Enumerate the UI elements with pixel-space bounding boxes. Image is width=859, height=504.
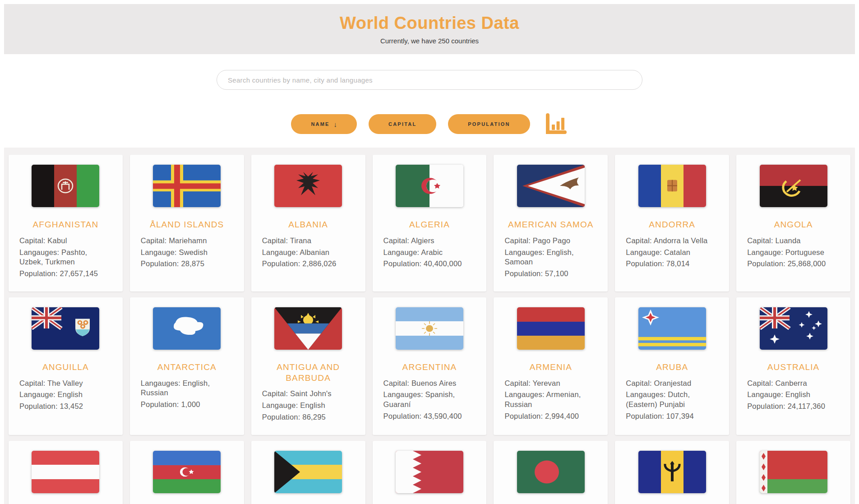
country-card: ALBANIACapital: TiranaLangauge: Albanian… bbox=[251, 155, 365, 291]
country-card: ALGERIACapital: AlgiersLangauge: ArabicP… bbox=[373, 155, 487, 291]
flag-ad-image bbox=[638, 165, 706, 207]
country-capital: Capital: Algiers bbox=[383, 236, 476, 246]
country-languages: Langauge: Portuguese bbox=[747, 248, 840, 258]
flag-aw-image bbox=[638, 307, 706, 350]
search-section bbox=[0, 54, 859, 90]
country-languages: Langauge: Albanian bbox=[262, 248, 355, 258]
flag-ai-image bbox=[32, 307, 99, 350]
country-info: Langauges: English, RussianPopulation: 1… bbox=[141, 379, 233, 410]
bar-chart-icon[interactable] bbox=[544, 112, 568, 136]
country-info: Capital: YerevanLangauges: Armenian, Rus… bbox=[504, 379, 597, 421]
country-info: Capital: OranjestadLangauges: Dutch, (Ea… bbox=[626, 379, 718, 421]
country-capital: Capital: Pago Pago bbox=[504, 236, 597, 246]
country-capital: Capital: Buenos Aires bbox=[383, 379, 476, 388]
country-population: Population: 78,014 bbox=[626, 259, 718, 269]
country-population: Population: 107,394 bbox=[626, 412, 718, 421]
country-population: Population: 40,400,000 bbox=[383, 259, 476, 269]
country-capital: Capital: Luanda bbox=[747, 236, 840, 246]
flag-au-image bbox=[760, 307, 827, 350]
bar-chart-icon-glyph bbox=[544, 112, 568, 136]
country-capital: Capital: Yerevan bbox=[504, 379, 597, 388]
country-capital: Capital: Tirana bbox=[262, 236, 355, 246]
country-info: Capital: Pago PagoLangauges: English, Sa… bbox=[504, 236, 597, 279]
country-population: Population: 57,100 bbox=[504, 269, 597, 279]
sort-by-population-button[interactable]: POPULATION bbox=[448, 114, 530, 134]
country-card: ANTARCTICALangauges: English, RussianPop… bbox=[130, 297, 244, 435]
flag-az-image bbox=[153, 451, 221, 493]
sort-toolbar: NAME ↓ CAPITAL POPULATION bbox=[0, 112, 859, 136]
country-card: BAHAMASCapital: NassauLangauge: English bbox=[251, 441, 365, 504]
country-population: Population: 1,000 bbox=[141, 400, 233, 410]
search-input[interactable] bbox=[217, 70, 642, 90]
country-card: ARGENTINACapital: Buenos AiresLangauges:… bbox=[373, 297, 487, 435]
country-languages: Langauges: Pashto, Uzbek, Turkmen bbox=[19, 248, 112, 268]
country-population: Population: 2,886,026 bbox=[262, 259, 355, 269]
flag-ax-image bbox=[153, 165, 221, 207]
flag-bd-image bbox=[517, 451, 585, 493]
country-card: ARUBACapital: OranjestadLangauges: Dutch… bbox=[615, 297, 729, 435]
country-card: AMERICAN SAMOACapital: Pago PagoLangauge… bbox=[494, 155, 608, 291]
country-capital: Capital: Kabul bbox=[19, 236, 112, 246]
country-card: AUSTRIACapital: ViennaLangauge: German bbox=[9, 441, 123, 504]
countries-grid: AFGHANISTANCapital: KabulLangauges: Pash… bbox=[4, 148, 855, 504]
country-population: Population: 2,994,400 bbox=[504, 412, 597, 421]
flag-aq-image bbox=[153, 307, 221, 350]
country-info: Capital: Andorra la VellaLangauge: Catal… bbox=[626, 236, 718, 269]
country-name: AUSTRALIA bbox=[747, 362, 840, 373]
sort-by-capital-button[interactable]: CAPITAL bbox=[369, 114, 436, 134]
country-name: ARMENIA bbox=[504, 362, 597, 373]
country-card: BARBADOSCapital: BridgetownLangauge: Eng… bbox=[615, 441, 729, 504]
country-card: AFGHANISTANCapital: KabulLangauges: Pash… bbox=[9, 155, 123, 291]
country-card: ÅLAND ISLANDSCapital: MariehamnLangauge:… bbox=[130, 155, 244, 291]
sort-down-arrow-icon: ↓ bbox=[334, 120, 337, 128]
country-name: ALGERIA bbox=[383, 219, 476, 230]
country-capital: Capital: The Valley bbox=[19, 379, 112, 388]
country-info: Capital: Buenos AiresLangauges: Spanish,… bbox=[383, 379, 476, 421]
country-languages: Langauge: English bbox=[19, 390, 112, 400]
flag-bb-image bbox=[638, 451, 706, 493]
country-card: ARMENIACapital: YerevanLangauges: Armeni… bbox=[494, 297, 608, 435]
flag-am-image bbox=[517, 307, 585, 350]
country-languages: Langauges: Armenian, Russian bbox=[504, 390, 597, 410]
country-name: ANTIGUA AND BARBUDA bbox=[262, 362, 355, 384]
country-capital: Capital: Canberra bbox=[747, 379, 840, 388]
country-population: Population: 27,657,145 bbox=[19, 269, 112, 279]
flag-by-image bbox=[760, 451, 827, 493]
sort-by-name-button[interactable]: NAME ↓ bbox=[291, 114, 357, 134]
flag-as-image bbox=[517, 165, 585, 207]
country-card: ANGUILLACapital: The ValleyLangauge: Eng… bbox=[9, 297, 123, 435]
country-info: Capital: CanberraLangauge: EnglishPopula… bbox=[747, 379, 840, 412]
app-header: World Countries Data Currently, we have … bbox=[4, 4, 855, 54]
country-info: Capital: KabulLangauges: Pashto, Uzbek, … bbox=[19, 236, 112, 279]
country-name: ARUBA bbox=[626, 362, 718, 373]
country-capital: Capital: Andorra la Vella bbox=[626, 236, 718, 246]
country-capital: Capital: Mariehamn bbox=[141, 236, 233, 246]
country-languages: Langauge: English bbox=[747, 390, 840, 400]
country-capital: Capital: Saint John's bbox=[262, 389, 355, 399]
country-card: ANDORRACapital: Andorra la VellaLangauge… bbox=[615, 155, 729, 291]
country-capital: Capital: Oranjestad bbox=[626, 379, 718, 388]
country-card: ANGOLACapital: LuandaLangauge: Portugues… bbox=[736, 155, 850, 291]
sort-by-name-label: NAME bbox=[311, 121, 329, 127]
country-name: ANGOLA bbox=[747, 219, 840, 230]
country-info: Capital: The ValleyLangauge: EnglishPopu… bbox=[19, 379, 112, 412]
country-name: ANGUILLA bbox=[19, 362, 112, 373]
sort-by-population-label: POPULATION bbox=[468, 121, 510, 127]
country-languages: Langauge: English bbox=[262, 401, 355, 411]
country-name: ÅLAND ISLANDS bbox=[141, 219, 233, 230]
flag-ag-image bbox=[274, 307, 342, 350]
page-title: World Countries Data bbox=[340, 14, 519, 33]
country-card: ANTIGUA AND BARBUDACapital: Saint John's… bbox=[251, 297, 365, 435]
country-info: Capital: LuandaLangauge: PortuguesePopul… bbox=[747, 236, 840, 269]
country-name: ANTARCTICA bbox=[141, 362, 233, 373]
country-name: ARGENTINA bbox=[383, 362, 476, 373]
country-name: ANDORRA bbox=[626, 219, 718, 230]
country-population: Population: 43,590,400 bbox=[383, 412, 476, 421]
flag-ao-image bbox=[760, 165, 827, 207]
flag-af-image bbox=[32, 165, 99, 207]
country-languages: Langauges: English, Russian bbox=[141, 379, 233, 398]
country-info: Capital: MariehamnLangauge: SwedishPopul… bbox=[141, 236, 233, 269]
country-card: AZERBAIJANCapital: BakuLangauge: Azerbai… bbox=[130, 441, 244, 504]
flag-al-image bbox=[274, 165, 342, 207]
flag-dz-image bbox=[396, 165, 463, 207]
